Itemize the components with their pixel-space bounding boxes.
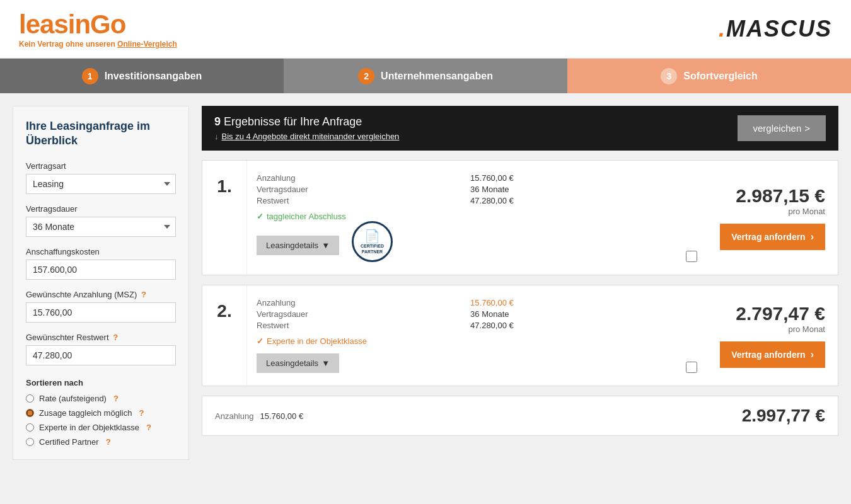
- restwert-group: Gewünschter Restwert ?: [26, 333, 176, 365]
- offer-1-badge: 📄 CERTIFIEDPARTNER: [352, 221, 393, 262]
- sort-radio-group: Rate (aufsteigend) ? Zusage taggleich mö…: [26, 394, 176, 447]
- restwert-input[interactable]: [26, 345, 176, 365]
- step-3[interactable]: 3 Sofortvergleich: [567, 59, 851, 93]
- offer-1-number: 1.: [202, 161, 246, 275]
- offer-1-restwert-label: Restwert: [257, 196, 461, 205]
- anschaffungskosten-input[interactable]: [26, 260, 176, 280]
- sort-option-0: Rate (aufsteigend) ?: [26, 394, 176, 403]
- sort-radio-2[interactable]: [26, 423, 34, 432]
- offer-1-vertrag-button[interactable]: Vertrag anfordern ›: [720, 224, 825, 250]
- offer-2-checkbox-area: [676, 285, 707, 386]
- anzahlung-input[interactable]: [26, 302, 176, 323]
- sort-option-1: Zusage taggleich möglich ?: [26, 408, 176, 418]
- sort-label-0: Rate (aufsteigend): [39, 394, 107, 403]
- main-layout: Ihre Leasinganfrage im Überblick Vertrag…: [0, 93, 851, 472]
- offer-1-price: 2.987,15 €: [736, 185, 825, 207]
- results-link-prefix: ↓: [214, 132, 219, 141]
- anzahlung-group: Gewünschte Anzahlung (MSZ) ?: [26, 290, 176, 323]
- offer-1-anzahlung-value: 15.760,00 €: [470, 173, 666, 183]
- offer-2-details: Anzahlung 15.760,00 € Vertragsdauer 36 M…: [257, 298, 666, 330]
- results-number: 9: [214, 115, 221, 128]
- sort-section: Sortieren nach Rate (aufsteigend) ? Zusa…: [26, 378, 176, 447]
- partial-value: 15.760,00 €: [260, 411, 303, 421]
- step-2-label: Unternehmensangaben: [381, 71, 493, 82]
- sort-radio-0[interactable]: [26, 394, 34, 403]
- logo-text-go: Go: [90, 9, 125, 39]
- sort-q-2[interactable]: ?: [146, 423, 151, 432]
- offer-1-restwert-value: 47.280,00 €: [470, 196, 666, 205]
- sort-label-2: Experte in der Objektklasse: [39, 423, 139, 432]
- offer-2-highlight-text: Experte in der Objektklasse: [267, 336, 367, 346]
- sort-radio-1[interactable]: [26, 409, 34, 417]
- offer-1-highlight-text: taggleicher Abschluss: [267, 212, 346, 221]
- step-2-number: 2: [358, 68, 374, 84]
- step-1-number: 1: [82, 68, 98, 84]
- offer-1-details: Anzahlung 15.760,00 € Vertragsdauer 36 M…: [257, 173, 666, 205]
- anzahlung-label-text: Gewünschte Anzahlung (MSZ): [26, 290, 137, 299]
- leasingo-logo: leasinGo Kein Vertrag ohne unseren Onlin…: [19, 9, 177, 49]
- offer-2-body: Anzahlung 15.760,00 € Vertragsdauer 36 M…: [246, 285, 676, 386]
- vertragsart-label: Vertragsart: [26, 161, 176, 171]
- offer-2-num-text: 2.: [217, 301, 231, 321]
- sort-label-3: Certified Partner: [39, 437, 99, 447]
- sort-radio-3[interactable]: [26, 438, 34, 446]
- results-header: 9 Ergebnisse für Ihre Anfrage ↓ Bis zu 4…: [202, 106, 838, 151]
- offer-1-vertrag-arrow: ›: [811, 231, 814, 243]
- tagline-link[interactable]: Online-Vergleich: [117, 40, 177, 49]
- step-1[interactable]: 1 Investitionsangaben: [0, 59, 284, 93]
- offer-2-details-label: Leasingdetails: [266, 358, 318, 368]
- sort-option-2: Experte in der Objektklasse ?: [26, 423, 176, 432]
- anzahlung-question-icon[interactable]: ?: [141, 290, 146, 299]
- content-area: 9 Ergebnisse für Ihre Anfrage ↓ Bis zu 4…: [202, 106, 838, 460]
- offer-1-details-button[interactable]: Leasingdetails ▼: [257, 236, 339, 255]
- offer-1-details-label: Leasingdetails: [266, 241, 318, 250]
- offer-card-3-partial: Anzahlung 15.760,00 € 2.997,77 €: [202, 396, 838, 436]
- partial-price: 2.997,77 €: [742, 406, 825, 426]
- offer-2-vertrag-label: Vertrag anfordern: [731, 350, 805, 360]
- restwert-label-text: Gewünschter Restwert: [26, 333, 109, 342]
- vertragsart-select[interactable]: Leasing: [26, 174, 176, 194]
- sort-q-1[interactable]: ?: [139, 408, 144, 418]
- offer-1-checkbox[interactable]: [686, 251, 697, 262]
- vertragsdauer-select[interactable]: 36 Monate: [26, 217, 176, 237]
- offer-1-highlight: ✓ taggleicher Abschluss: [257, 212, 666, 221]
- offer-2-restwert-value: 47.280,00 €: [470, 321, 666, 330]
- offer-1-body: Anzahlung 15.760,00 € Vertragsdauer 36 M…: [246, 161, 676, 275]
- sort-q-3[interactable]: ?: [106, 437, 111, 447]
- steps-navigation: 1 Investitionsangaben 2 Unternehmensanga…: [0, 59, 851, 93]
- offer-2-highlight: ✓ Experte in der Objektklasse: [257, 336, 666, 346]
- offer-card-2: 2. Anzahlung 15.760,00 € Vertragsdauer 3…: [202, 285, 838, 386]
- sidebar: Ihre Leasinganfrage im Überblick Vertrag…: [13, 106, 189, 460]
- results-link-anchor[interactable]: Bis zu 4 Angebote direkt miteinander ver…: [222, 132, 400, 141]
- offer-2-price: 2.797,47 €: [736, 303, 825, 324]
- step-2[interactable]: 2 Unternehmensangaben: [284, 59, 567, 93]
- offer-2-vertragsdauer-label: Vertragsdauer: [257, 309, 461, 319]
- vertragsdauer-label: Vertragsdauer: [26, 204, 176, 214]
- offer-2-vertrag-button[interactable]: Vertrag anfordern ›: [720, 341, 825, 368]
- offer-1-vertragsdauer-value: 36 Monate: [470, 185, 666, 194]
- logo-text-main: leasin: [19, 9, 90, 39]
- sort-label-1: Zusage taggleich möglich: [39, 408, 132, 418]
- compare-button[interactable]: vergleichen >: [738, 115, 826, 141]
- offer-2-details-button[interactable]: Leasingdetails ▼: [257, 353, 339, 373]
- sort-q-0[interactable]: ?: [113, 394, 119, 403]
- compare-button-arrow: >: [804, 123, 810, 134]
- mascus-text: MASCUS: [726, 16, 832, 42]
- sidebar-title: Ihre Leasinganfrage im Überblick: [26, 119, 176, 149]
- offer-1-num-text: 1.: [217, 176, 231, 197]
- offer-card-1: 1. Anzahlung 15.760,00 € Vertragsdauer 3…: [202, 160, 838, 275]
- offer-1-checkbox-area: [676, 161, 707, 275]
- sort-option-3: Certified Partner ?: [26, 437, 176, 447]
- mascus-dot: .: [719, 16, 726, 42]
- restwert-question-icon[interactable]: ?: [113, 333, 118, 342]
- offer-1-vertragsdauer-label: Vertragsdauer: [257, 185, 461, 194]
- chevron-down-icon-1: ▼: [321, 241, 330, 250]
- offer-2-restwert-label: Restwert: [257, 321, 461, 330]
- tagline-prefix: Kein Vertrag ohne unseren: [19, 40, 117, 49]
- offer-2-checkbox[interactable]: [686, 362, 697, 373]
- chevron-down-icon-2: ▼: [321, 358, 330, 368]
- page-header: leasinGo Kein Vertrag ohne unseren Onlin…: [0, 0, 851, 59]
- offer-2-anzahlung-label: Anzahlung: [257, 298, 461, 307]
- offer-2-vertragsdauer-value: 36 Monate: [470, 309, 666, 319]
- results-count-label: Ergebnisse für Ihre Anfrage: [224, 115, 362, 128]
